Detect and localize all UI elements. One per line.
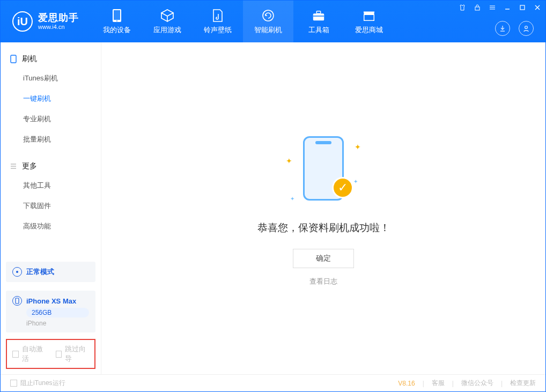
tab-label: 铃声壁纸 (204, 25, 232, 35)
tab-ringtones-wallpapers[interactable]: 铃声壁纸 (193, 1, 243, 42)
ok-button[interactable]: 确定 (293, 249, 354, 268)
sidebar-item-other-tools[interactable]: 其他工具 (1, 175, 101, 196)
svg-point-7 (525, 26, 528, 29)
status-support[interactable]: 客服 (432, 379, 445, 388)
mode-label: 正常模式 (26, 267, 54, 277)
option-label: 自动激活 (22, 344, 46, 364)
success-illustration: ✦ ✦ ✦ ✦ ✓ (286, 131, 361, 206)
phone-small-icon (9, 55, 18, 63)
tab-label: 智能刷机 (254, 25, 282, 35)
option-skip-guide[interactable]: 跳过向导 (56, 344, 90, 364)
options-row: 自动激活 跳过向导 (6, 339, 95, 369)
svg-rect-1 (114, 10, 120, 20)
mode-box[interactable]: 正常模式 (6, 262, 95, 282)
tab-my-device[interactable]: 我的设备 (92, 1, 142, 42)
sidebar-item-download-firmware[interactable]: 下载固件 (1, 196, 101, 216)
separator: | (423, 380, 424, 387)
refresh-shield-icon (261, 9, 275, 23)
separator: | (501, 380, 503, 387)
success-title: 恭喜您，保资料刷机成功啦！ (257, 221, 390, 235)
tab-smart-flash[interactable]: 智能刷机 (243, 1, 293, 42)
statusbar: 阻止iTunes运行 V8.16 | 客服 | 微信公众号 | 检查更新 (1, 374, 545, 391)
svg-rect-12 (16, 298, 19, 304)
sidebar-category-more: 更多 (1, 157, 101, 175)
sparkle-icon: ✦ (290, 196, 294, 202)
menu-icon[interactable] (488, 3, 497, 12)
svg-rect-5 (316, 11, 320, 13)
brand: iU 爱思助手 www.i4.cn (1, 1, 92, 42)
list-icon (9, 162, 18, 171)
status-block-itunes-label: 阻止iTunes运行 (20, 379, 65, 388)
svg-rect-4 (313, 13, 324, 20)
sidebar-category-label: 刷机 (22, 54, 37, 64)
header-right-icons (495, 21, 534, 36)
main-content: ✦ ✦ ✦ ✦ ✓ 恭喜您，保资料刷机成功啦！ 确定 查看日志 (101, 42, 545, 374)
separator: | (452, 380, 454, 387)
header: iU 爱思助手 www.i4.cn 我的设备 应用游戏 铃声壁纸 智能刷机 (1, 1, 545, 42)
view-log-link[interactable]: 查看日志 (309, 277, 337, 286)
cube-icon (160, 9, 174, 23)
option-auto-activate[interactable]: 自动激活 (12, 344, 46, 364)
sidebar-category-flash: 刷机 (1, 50, 101, 68)
svg-rect-9 (520, 5, 525, 10)
svg-rect-6 (313, 16, 324, 17)
status-block-itunes[interactable]: 阻止iTunes运行 (10, 379, 65, 388)
statusbar-right: V8.16 | 客服 | 微信公众号 | 检查更新 (398, 379, 536, 388)
svg-rect-8 (475, 7, 479, 10)
sidebar: 刷机 iTunes刷机 一键刷机 专业刷机 批量刷机 更多 其他工具 下载固件 … (1, 42, 101, 374)
sidebar-item-batch-flash[interactable]: 批量刷机 (1, 129, 101, 150)
nav-tabs: 我的设备 应用游戏 铃声壁纸 智能刷机 工具箱 爱思商城 (92, 1, 394, 42)
brand-title: 爱思助手 (38, 12, 79, 24)
version-label: V8.16 (398, 380, 415, 387)
checkmark-badge-icon: ✓ (332, 177, 353, 198)
toolbox-icon (312, 9, 326, 23)
phone-icon (110, 9, 124, 23)
tab-label: 我的设备 (103, 25, 131, 35)
sidebar-item-advanced[interactable]: 高级功能 (1, 216, 101, 236)
checkbox-icon (56, 351, 62, 358)
close-icon[interactable] (533, 3, 542, 12)
tab-label: 工具箱 (308, 25, 329, 35)
user-icon[interactable] (519, 21, 534, 36)
checkbox-icon (10, 380, 17, 387)
body: 刷机 iTunes刷机 一键刷机 专业刷机 批量刷机 更多 其他工具 下载固件 … (1, 42, 545, 374)
svg-point-11 (16, 271, 18, 273)
status-wechat[interactable]: 微信公众号 (461, 379, 493, 388)
svg-rect-10 (11, 55, 16, 63)
shirt-icon[interactable] (458, 3, 467, 12)
mode-icon (12, 267, 22, 277)
sidebar-item-pro-flash[interactable]: 专业刷机 (1, 109, 101, 129)
sparkle-icon: ✦ (353, 179, 358, 184)
brand-logo-icon: iU (12, 11, 33, 32)
tab-label: 爱思商城 (355, 25, 383, 35)
tab-apps-games[interactable]: 应用游戏 (142, 1, 193, 42)
sparkle-icon: ✦ (286, 157, 292, 165)
sparkle-icon: ✦ (355, 143, 361, 151)
sidebar-category-label: 更多 (22, 161, 37, 171)
sidebar-item-itunes-flash[interactable]: iTunes刷机 (1, 68, 101, 88)
window-controls (458, 3, 542, 12)
device-box[interactable]: iPhone XS Max 256GB iPhone (6, 291, 95, 332)
device-type: iPhone (26, 320, 89, 327)
tab-toolbox[interactable]: 工具箱 (293, 1, 344, 42)
checkbox-icon (12, 351, 19, 358)
app-window: iU 爱思助手 www.i4.cn 我的设备 应用游戏 铃声壁纸 智能刷机 (0, 0, 546, 392)
download-icon[interactable] (495, 21, 510, 36)
brand-subtitle: www.i4.cn (38, 24, 79, 31)
music-file-icon (211, 9, 225, 23)
tab-label: 应用游戏 (153, 25, 181, 35)
lock-icon[interactable] (473, 3, 482, 12)
brand-text: 爱思助手 www.i4.cn (38, 12, 79, 31)
sidebar-item-oneclick-flash[interactable]: 一键刷机 (1, 88, 101, 109)
sidebar-scroll: 刷机 iTunes刷机 一键刷机 专业刷机 批量刷机 更多 其他工具 下载固件 … (1, 42, 101, 257)
svg-point-2 (116, 20, 117, 21)
device-name: iPhone XS Max (26, 297, 76, 305)
svg-point-3 (263, 10, 274, 21)
minimize-icon[interactable] (503, 3, 512, 12)
device-capacity: 256GB (26, 308, 89, 317)
maximize-icon[interactable] (518, 3, 527, 12)
store-icon (362, 9, 376, 23)
option-label: 跳过向导 (65, 344, 89, 364)
status-check-update[interactable]: 检查更新 (510, 379, 536, 388)
tab-store[interactable]: 爱思商城 (344, 1, 394, 42)
